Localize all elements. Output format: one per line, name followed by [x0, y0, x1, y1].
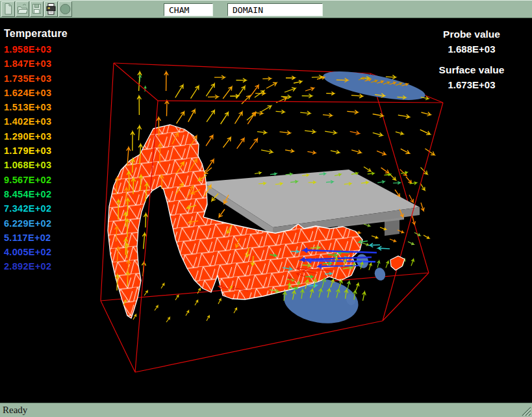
legend-title: Temperature: [4, 28, 68, 40]
legend-entry: 9.567E+02: [4, 175, 68, 189]
legend-entry: 1.402E+03: [4, 116, 68, 131]
legend-entries: 1.958E+031.847E+031.735E+031.624E+031.51…: [4, 44, 68, 276]
cham-field[interactable]: CHAM: [164, 3, 213, 16]
open-folder-button[interactable]: [16, 1, 29, 17]
domain-field[interactable]: DOMAIN: [227, 3, 323, 16]
surface-value: 1.673E+03: [419, 79, 524, 90]
open-folder-icon: [16, 2, 29, 16]
resize-grip-icon[interactable]: [520, 405, 531, 416]
legend-entry: 4.005E+02: [4, 247, 68, 261]
legend-entry: 1.624E+03: [4, 88, 68, 102]
print-button[interactable]: [44, 1, 58, 17]
legend-entry: 8.454E+02: [4, 189, 68, 203]
print-icon: [45, 2, 57, 16]
temperature-legend: Temperature 1.958E+031.847E+031.735E+031…: [4, 28, 68, 276]
legend-entry: 6.229E+02: [4, 218, 68, 233]
legend-entry: 1.513E+03: [4, 102, 68, 116]
status-bar: Ready: [0, 403, 532, 417]
surface-value-label: Surface value: [419, 64, 524, 76]
legend-entry: 5.117E+02: [4, 233, 68, 247]
legend-entry: 1.735E+03: [4, 73, 68, 88]
legend-entry: 2.892E+02: [4, 261, 68, 275]
record-icon: [59, 2, 71, 16]
app-window: CHAM DOMAIN: [0, 0, 532, 417]
isosurface-fragment: [390, 256, 405, 270]
readouts: Probe value 1.688E+03 Surface value 1.67…: [419, 29, 524, 90]
new-document-button[interactable]: [1, 1, 15, 17]
legend-entry: 1.958E+03: [4, 44, 68, 58]
new-document-icon: [2, 2, 14, 16]
probe-value-label: Probe value: [419, 29, 524, 40]
probe-value: 1.688E+03: [419, 44, 524, 55]
record-button[interactable]: [58, 1, 72, 17]
legend-entry: 1.847E+03: [4, 58, 68, 73]
legend-entry: 1.068E+03: [4, 160, 68, 174]
save-icon: [31, 2, 43, 16]
viewport-3d[interactable]: Temperature 1.958E+031.847E+031.735E+031…: [0, 18, 532, 403]
toolbar: CHAM DOMAIN: [0, 0, 532, 18]
save-button[interactable]: [30, 1, 44, 17]
legend-entry: 7.342E+02: [4, 203, 68, 218]
legend-entry: 1.290E+03: [4, 131, 68, 145]
outlet-opening-top: [321, 66, 427, 106]
status-text: Ready: [3, 405, 27, 415]
legend-entry: 1.179E+03: [4, 145, 68, 160]
